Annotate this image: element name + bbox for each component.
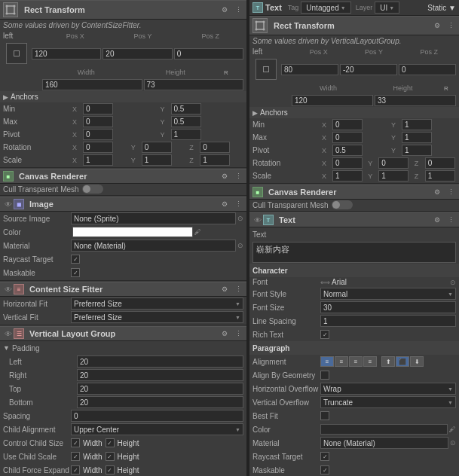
align-center-btn[interactable]: ≡	[335, 356, 348, 367]
scale-x-input-left[interactable]	[83, 154, 113, 166]
scale-z-input-left[interactable]	[200, 154, 230, 166]
maskable-checkbox-left[interactable]	[71, 268, 80, 277]
use-height-checkbox[interactable]	[106, 452, 115, 461]
anc-min-y-input-right[interactable]	[402, 119, 432, 130]
csf-menu-icon-left[interactable]: ⋮	[233, 284, 243, 294]
align-left-btn[interactable]: ≡	[320, 356, 334, 367]
rot-x-input-right[interactable]	[332, 157, 363, 169]
text-color-picker[interactable]: 🖋	[449, 426, 456, 433]
font-style-dropdown[interactable]: Normal ▼	[320, 288, 456, 300]
anchor-min-x-input-left[interactable]	[83, 103, 113, 114]
menu-icon[interactable]: ⋮	[233, 5, 243, 15]
padding-right-input[interactable]	[77, 369, 243, 381]
pos-x-input[interactable]	[32, 48, 101, 60]
text-content-area[interactable]: 崭新内容	[252, 242, 456, 263]
pos-z-input-right[interactable]	[399, 64, 456, 75]
rot-y-input-left[interactable]	[142, 142, 172, 153]
font-size-input[interactable]	[320, 301, 456, 313]
anc-max-y-input-right[interactable]	[402, 132, 432, 143]
scale-z-input-right[interactable]	[425, 170, 455, 182]
text-menu-icon[interactable]: ⋮	[445, 215, 456, 225]
rot-y-input-right[interactable]	[378, 157, 409, 169]
anc-min-x-input-right[interactable]	[332, 119, 363, 130]
scale-x-input-right[interactable]	[332, 170, 363, 182]
csf-settings-icon-left[interactable]: ⚙	[219, 284, 230, 294]
align-geo-checkbox[interactable]	[320, 371, 329, 380]
source-circle-icon[interactable]: ⊙	[237, 215, 243, 222]
r-icon-right[interactable]: R	[441, 83, 451, 93]
valign-bot-btn[interactable]: ⬇	[410, 356, 424, 367]
pivot-x-input-left[interactable]	[83, 129, 113, 140]
raycast-checkbox-left[interactable]	[71, 255, 80, 264]
force-width-checkbox[interactable]	[71, 465, 80, 474]
text-eye-icon[interactable]: 👁	[252, 215, 263, 225]
pos-z-input[interactable]	[174, 48, 243, 60]
best-fit-checkbox[interactable]	[320, 411, 329, 420]
pos-y-input[interactable]	[103, 48, 172, 60]
canvas-menu-icon-left[interactable]: ⋮	[233, 171, 243, 182]
control-width-checkbox[interactable]	[71, 438, 80, 447]
force-height-checkbox[interactable]	[106, 465, 115, 474]
anchor-max-y-input-left[interactable]	[171, 116, 201, 127]
pos-y-input-right[interactable]	[340, 64, 397, 75]
image-menu-icon-left[interactable]: ⋮	[233, 199, 243, 209]
settings-icon[interactable]: ⚙	[219, 5, 230, 15]
canvas-menu-right[interactable]: ⋮	[445, 187, 456, 197]
pivot-y-input-left[interactable]	[171, 129, 201, 140]
anchor-min-y-input-left[interactable]	[171, 103, 201, 114]
h-overflow-dropdown[interactable]: Wrap ▼	[320, 383, 456, 395]
padding-bottom-input[interactable]	[77, 396, 243, 408]
material-input-left[interactable]	[71, 240, 236, 252]
width-input-right[interactable]	[292, 95, 373, 106]
valign-top-btn[interactable]: ⬆	[381, 356, 395, 367]
vlg-settings-icon-left[interactable]: ⚙	[219, 328, 230, 339]
anchors-collapse-right[interactable]: ▶	[252, 109, 258, 117]
canvas-settings-icon-left[interactable]: ⚙	[219, 171, 230, 182]
height-input-left[interactable]	[144, 79, 244, 90]
v-overflow-dropdown[interactable]: Truncate ▼	[320, 396, 456, 408]
color-swatch-left[interactable]	[72, 227, 193, 237]
pivot-x-input-right[interactable]	[332, 145, 363, 156]
padding-top-input[interactable]	[77, 383, 243, 395]
text-settings-icon[interactable]: ⚙	[432, 215, 442, 225]
scale-y-input-left[interactable]	[142, 154, 172, 166]
padding-left-input[interactable]	[77, 355, 243, 368]
pos-x-input-right[interactable]	[281, 64, 338, 75]
height-input-right[interactable]	[375, 95, 456, 106]
layer-dropdown[interactable]: UI ▼	[375, 2, 399, 14]
cull-toggle-left[interactable]	[82, 185, 103, 194]
valign-mid-btn[interactable]: ⬛	[396, 356, 409, 367]
source-image-input-left[interactable]	[71, 212, 236, 224]
h-fit-dropdown-left[interactable]: Preferred Size ▼	[71, 298, 243, 310]
text-raycast-checkbox[interactable]	[320, 452, 329, 461]
rich-text-checkbox[interactable]	[320, 330, 329, 339]
anchors-collapse-left[interactable]: ▶	[3, 93, 8, 101]
line-spacing-input[interactable]	[320, 315, 456, 327]
anchors-header-right[interactable]: ▶ Anchors	[249, 107, 459, 118]
text-maskable-checkbox[interactable]	[320, 465, 329, 474]
csf-eye-icon-left[interactable]: 👁	[3, 284, 14, 294]
canvas-settings-right[interactable]: ⚙	[432, 187, 442, 197]
anchors-header-left[interactable]: ▶ Anchors	[0, 91, 246, 102]
control-height-checkbox[interactable]	[106, 438, 115, 447]
color-picker-icon[interactable]: 🖋	[194, 228, 201, 236]
align-right-btn[interactable]: ≡	[349, 356, 363, 367]
width-input-left[interactable]	[42, 79, 142, 90]
text-color-swatch[interactable]	[320, 424, 448, 435]
rot-z-input-left[interactable]	[200, 142, 230, 153]
anchor-max-x-input-left[interactable]	[83, 116, 113, 127]
rot-x-input-left[interactable]	[83, 142, 113, 153]
rt-settings-right[interactable]: ⚙	[432, 20, 442, 31]
material-circle-icon[interactable]: ⊙	[237, 242, 243, 249]
rt-menu-right[interactable]: ⋮	[445, 20, 456, 31]
text-material-input[interactable]	[320, 437, 448, 449]
use-width-checkbox[interactable]	[71, 452, 80, 461]
static-label[interactable]: Static ▼	[427, 4, 456, 12]
spacing-input[interactable]	[71, 410, 243, 422]
r-icon[interactable]: R	[221, 67, 231, 78]
child-align-dropdown[interactable]: Upper Center ▼	[71, 423, 243, 435]
image-settings-icon-left[interactable]: ⚙	[219, 199, 230, 209]
rot-z-input-right[interactable]	[425, 157, 455, 169]
font-circle-icon[interactable]: ⊙	[450, 279, 456, 286]
image-eye-icon-left[interactable]: 👁	[3, 199, 14, 209]
